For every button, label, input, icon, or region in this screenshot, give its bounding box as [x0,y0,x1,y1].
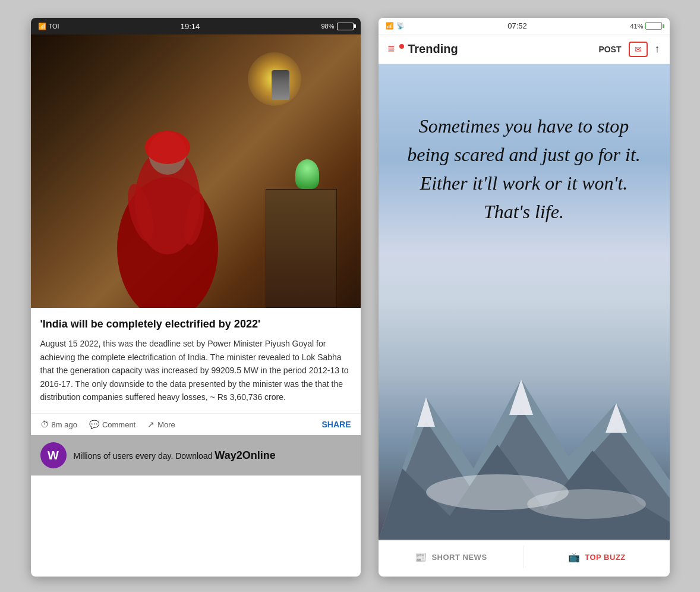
share-button[interactable]: SHARE [321,420,351,429]
left-status-bar: 📶 TOI 19:14 98% [31,18,361,34]
short-news-icon: 📰 [415,552,427,563]
more-icon: ↗ [147,420,154,429]
lamp-body [272,70,289,100]
right-battery-area: 41% [630,22,662,30]
svg-point-3 [145,131,190,164]
right-signal-icon: 📡 [396,22,405,30]
wifi-icon: 📶 [38,23,46,30]
left-battery-icon [337,23,354,30]
ad-banner[interactable]: W Millions of users every day. Download … [31,435,361,476]
right-status-bar: 📶 📡 07:52 41% [379,18,670,34]
svg-point-13 [527,489,646,519]
app-name: Way2Online [215,449,275,461]
mail-icon: ✉ [635,45,642,54]
cabinet [266,189,337,308]
trending-title: Trending [408,42,598,56]
news-image [31,34,361,308]
mail-button[interactable]: ✉ [629,42,648,57]
clock-icon: ⏱ [40,420,49,429]
top-buzz-tab[interactable]: 📺 TOP BUZZ [524,541,670,573]
woman-figure [90,82,257,308]
left-phone: 📶 TOI 19:14 98% [31,18,361,577]
comment-button[interactable]: 💬 Comment [89,420,135,429]
top-buzz-icon: 📺 [568,552,581,563]
right-battery-pct: 41% [630,23,643,30]
quote-text: Sometimes you have to stop being scared … [379,112,670,226]
news-actions-bar: ⏱ 8m ago 💬 Comment ↗ More SHARE [31,413,361,435]
comment-label: Comment [102,420,135,429]
post-button[interactable]: POST [598,45,621,54]
ad-text: Millions of users every day. Download Wa… [74,449,276,462]
app-icon: W [40,442,67,468]
top-buzz-label: TOP BUZZ [585,553,626,562]
time-ago-item: ⏱ 8m ago [40,420,77,429]
right-wifi-icon: 📶 [386,22,394,30]
left-time: 19:14 [181,22,200,31]
upload-button[interactable]: ↑ [655,43,660,55]
notification-dot [399,44,404,49]
quote-image-area: Sometimes you have to stop being scared … [379,64,670,540]
mountain-svg [379,349,670,540]
screenshot-container: 📶 TOI 19:14 98% [13,0,688,592]
right-time: 07:52 [507,21,527,30]
menu-icon[interactable]: ≡ [388,42,395,56]
news-content-area: 'India will be completely electrified by… [31,308,361,404]
toi-icon: TOI [49,23,59,30]
short-news-tab[interactable]: 📰 SHORT NEWS [379,541,524,573]
news-title: 'India will be completely electrified by… [40,317,351,331]
right-phone: 📶 📡 07:52 41% ≡ Trending POST ✉ ↑ [379,18,670,577]
more-label: More [157,420,175,429]
left-battery-area: 98% [321,23,353,30]
right-bottom-nav: 📰 SHORT NEWS 📺 TOP BUZZ [379,540,670,573]
comment-icon: 💬 [89,420,99,429]
ad-prefix: Millions of users every day. Download [74,451,213,461]
more-button[interactable]: ↗ More [147,420,175,429]
left-status-icons: 📶 TOI [38,23,59,30]
time-ago-text: 8m ago [52,420,77,429]
right-status-icons: 📶 📡 [386,22,405,30]
left-battery-pct: 98% [321,23,334,30]
right-battery-icon [645,22,662,30]
short-news-label: SHORT NEWS [431,553,487,562]
green-object [295,159,319,189]
news-body: August 15 2022, this was the deadline se… [40,337,351,404]
right-nav-bar: ≡ Trending POST ✉ ↑ [379,34,670,64]
app-icon-letter: W [48,449,59,462]
